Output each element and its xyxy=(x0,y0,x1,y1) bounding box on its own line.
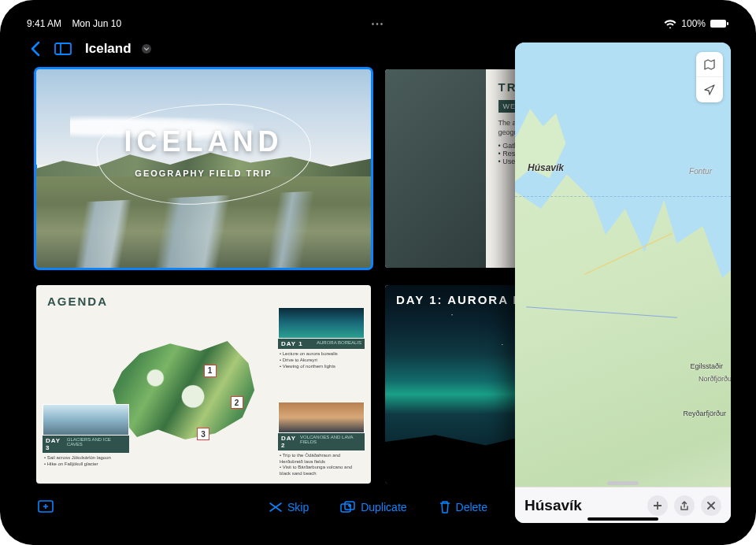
ipad-frame: 9:41 AM Mon Jun 10 ••• 100% xyxy=(0,0,756,545)
status-time: 9:41 AM xyxy=(27,18,61,29)
map-label-nordfjordur[interactable]: Norðfjörður xyxy=(699,375,731,383)
map-label-fontur[interactable]: Fontur xyxy=(689,167,712,176)
map-label-husavik[interactable]: Húsavík xyxy=(528,162,564,173)
agenda-map xyxy=(110,328,261,451)
back-button[interactable] xyxy=(25,39,44,58)
slide1-title: ICELAND xyxy=(36,125,371,158)
slide1-subtitle: GEOGRAPHY FIELD TRIP xyxy=(36,169,371,178)
maps-slideover[interactable]: ••• Húsavík Fontur Egilsstaðir Norðfjörð… xyxy=(515,43,731,523)
map-label-egilsstadir[interactable]: Egilsstaðir xyxy=(690,362,723,370)
map-marker-3: 3 xyxy=(197,428,209,440)
status-date: Mon Jun 10 xyxy=(72,18,121,29)
status-left: 9:41 AM Mon Jun 10 xyxy=(27,18,121,29)
wifi-icon xyxy=(664,19,676,28)
agenda-day3: DAY 3GLACIERS AND ICE CAVES Sail across … xyxy=(43,404,129,468)
map-controls xyxy=(696,52,723,102)
svg-rect-0 xyxy=(710,20,726,28)
sheet-grabber-icon[interactable] xyxy=(607,481,639,485)
duplicate-button[interactable]: Duplicate xyxy=(340,501,406,513)
add-slide-button[interactable] xyxy=(36,500,54,514)
slide3-heading: AGENDA xyxy=(47,295,360,308)
agenda-day2: DAY 2VOLCANOES AND LAVA FIELDS Trip to t… xyxy=(278,402,365,477)
slide-thumbnail-1[interactable]: ICELAND GEOGRAPHY FIELD TRIP 1 xyxy=(36,69,371,268)
map-marker-2: 2 xyxy=(231,396,243,409)
slide-thumbnail-3[interactable]: AGENDA 1 2 3 DAY 1AURORA BOREALIS Lectur… xyxy=(36,285,371,484)
map-marker-1: 1 xyxy=(204,365,217,377)
share-place-button[interactable] xyxy=(674,495,695,516)
screen: 9:41 AM Mon Jun 10 ••• 100% xyxy=(14,14,742,531)
place-title: Húsavík xyxy=(524,497,641,514)
multitask-dots-icon[interactable]: ••• xyxy=(372,20,385,28)
skip-button[interactable]: Skip xyxy=(269,501,309,513)
home-indicator[interactable] xyxy=(587,517,658,521)
battery-percent: 100% xyxy=(681,18,706,29)
map-label-reydarfjordur[interactable]: Reyðarfjörður xyxy=(683,410,726,417)
locate-me-button[interactable] xyxy=(696,77,723,102)
svg-rect-1 xyxy=(727,22,728,25)
add-place-button[interactable] xyxy=(647,495,668,516)
svg-point-4 xyxy=(142,44,151,54)
agenda-day1: DAY 1AURORA BOREALIS Lecture on aurora b… xyxy=(278,307,365,369)
sidebar-toggle-icon[interactable] xyxy=(54,39,72,58)
svg-rect-2 xyxy=(55,43,71,54)
title-menu-chevron-icon[interactable] xyxy=(141,43,152,54)
status-right: 100% xyxy=(664,18,729,29)
document-title[interactable]: Iceland xyxy=(85,41,132,57)
close-place-button[interactable] xyxy=(701,495,721,516)
delete-button[interactable]: Delete xyxy=(439,500,487,514)
map-mode-button[interactable] xyxy=(696,52,723,77)
battery-icon xyxy=(710,19,729,28)
status-bar: 9:41 AM Mon Jun 10 ••• 100% xyxy=(14,14,742,33)
